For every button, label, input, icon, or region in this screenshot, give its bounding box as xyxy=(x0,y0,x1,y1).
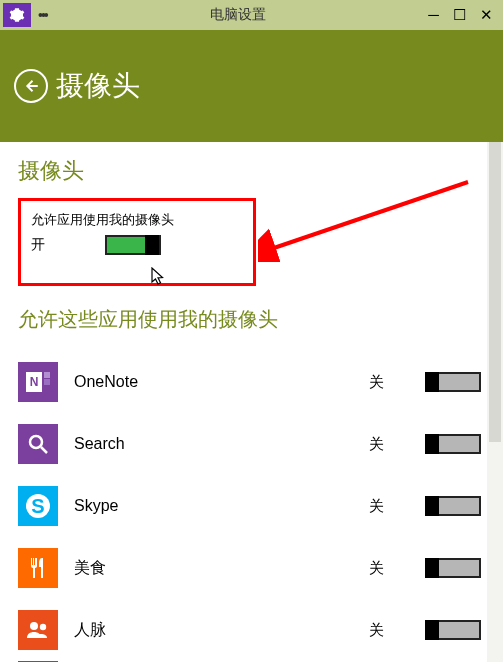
close-button[interactable]: ✕ xyxy=(480,6,493,24)
page-title: 摄像头 xyxy=(56,67,140,105)
window-controls: ─ ☐ ✕ xyxy=(428,6,503,24)
app-name: 美食 xyxy=(74,558,353,579)
master-toggle-state: 开 xyxy=(31,236,45,254)
master-toggle-label: 允许应用使用我的摄像头 xyxy=(31,211,243,229)
svg-rect-4 xyxy=(44,379,50,385)
app-row-skype: S Skype 关 xyxy=(18,475,485,537)
app-state: 关 xyxy=(369,559,409,578)
svg-point-11 xyxy=(40,624,46,630)
app-name: Skype xyxy=(74,497,353,515)
svg-point-6 xyxy=(30,436,42,448)
app-state: 关 xyxy=(369,497,409,516)
svg-rect-5 xyxy=(44,386,50,392)
people-icon xyxy=(18,610,58,650)
app-toggle-onenote[interactable] xyxy=(425,372,481,392)
apps-heading: 允许这些应用使用我的摄像头 xyxy=(18,306,485,333)
page-header: 摄像头 xyxy=(0,30,503,142)
app-row-people: 人脉 关 xyxy=(18,599,485,661)
app-name: OneNote xyxy=(74,373,353,391)
back-button[interactable] xyxy=(14,69,48,103)
master-toggle[interactable] xyxy=(105,235,161,255)
app-state: 关 xyxy=(369,435,409,454)
menu-dots[interactable]: ••• xyxy=(38,7,47,23)
window-title: 电脑设置 xyxy=(47,6,429,24)
titlebar: ••• 电脑设置 ─ ☐ ✕ xyxy=(0,0,503,30)
section-title: 摄像头 xyxy=(18,156,485,186)
svg-rect-3 xyxy=(44,372,50,378)
app-toggle-skype[interactable] xyxy=(425,496,481,516)
app-toggle-people[interactable] xyxy=(425,620,481,640)
onenote-icon: N xyxy=(18,362,58,402)
back-arrow-icon xyxy=(22,77,40,95)
content-area: 摄像头 允许应用使用我的摄像头 开 允许这些应用使用我的摄像头 N OneNot… xyxy=(0,142,503,662)
app-toggle-food[interactable] xyxy=(425,558,481,578)
minimize-button[interactable]: ─ xyxy=(428,6,439,24)
maximize-button[interactable]: ☐ xyxy=(453,6,466,24)
svg-point-10 xyxy=(30,622,38,630)
app-state: 关 xyxy=(369,621,409,640)
app-row-food: 美食 关 xyxy=(18,537,485,599)
app-toggle-search[interactable] xyxy=(425,434,481,454)
app-name: Search xyxy=(74,435,353,453)
cursor-icon xyxy=(151,267,167,292)
app-list: N OneNote 关 Search 关 S Skype 关 xyxy=(18,351,485,662)
app-name: 人脉 xyxy=(74,620,353,641)
master-toggle-block: 允许应用使用我的摄像头 开 xyxy=(18,198,256,286)
skype-icon: S xyxy=(18,486,58,526)
search-icon xyxy=(18,424,58,464)
app-row-search: Search 关 xyxy=(18,413,485,475)
app-row-onenote: N OneNote 关 xyxy=(18,351,485,413)
svg-text:S: S xyxy=(31,495,44,517)
svg-text:N: N xyxy=(30,375,39,389)
food-icon xyxy=(18,548,58,588)
app-state: 关 xyxy=(369,373,409,392)
svg-line-7 xyxy=(41,447,47,453)
app-icon xyxy=(3,3,31,27)
gear-icon xyxy=(9,7,25,23)
